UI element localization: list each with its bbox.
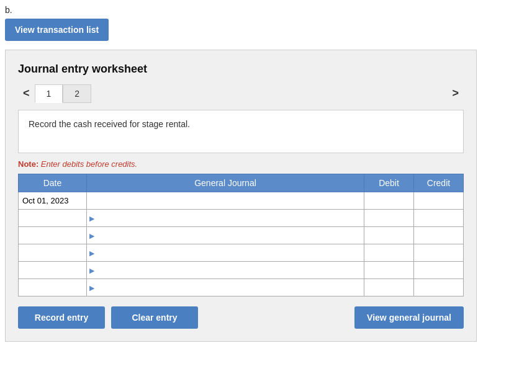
note-text: Note: Enter debits before credits. <box>18 159 464 169</box>
debit-cell-2 <box>364 210 414 227</box>
credit-cell-1 <box>414 192 464 210</box>
label-b: b. <box>5 5 527 15</box>
credit-cell-3 <box>414 227 464 244</box>
credit-input-4[interactable] <box>414 244 463 261</box>
gj-cell-2: ▶ <box>87 210 364 227</box>
table-row: ▶ <box>19 227 464 244</box>
debit-cell-1 <box>364 192 414 210</box>
date-cell-3 <box>19 227 87 244</box>
debit-input-1[interactable] <box>364 192 413 209</box>
date-input-1[interactable] <box>19 192 86 209</box>
date-input-6[interactable] <box>19 279 86 296</box>
debit-cell-6 <box>364 279 414 296</box>
credit-input-5[interactable] <box>414 262 463 278</box>
gj-input-4[interactable] <box>87 244 364 261</box>
date-input-2[interactable] <box>19 210 86 226</box>
date-input-4[interactable] <box>19 244 86 261</box>
gj-cell-6: ▶ <box>87 279 364 296</box>
credit-input-1[interactable] <box>414 192 463 209</box>
note-body-text: Enter debits before credits. <box>41 159 137 169</box>
table-row: ▶ <box>19 244 464 262</box>
debit-input-4[interactable] <box>364 244 413 261</box>
debit-input-6[interactable] <box>364 279 413 296</box>
debit-input-2[interactable] <box>364 210 413 226</box>
col-general-journal: General Journal <box>87 174 364 192</box>
gj-cell-1 <box>87 192 364 210</box>
table-row: ▶ <box>19 262 464 279</box>
credit-input-2[interactable] <box>414 210 463 226</box>
debit-input-5[interactable] <box>364 262 413 278</box>
credit-cell-4 <box>414 244 464 262</box>
debit-cell-5 <box>364 262 414 279</box>
tab-1[interactable]: 1 <box>35 84 63 103</box>
gj-input-1[interactable] <box>87 192 364 209</box>
gj-cell-4: ▶ <box>87 244 364 262</box>
date-input-5[interactable] <box>19 262 86 278</box>
buttons-row: Record entry Clear entry View general jo… <box>18 306 464 329</box>
col-debit: Debit <box>364 174 414 192</box>
gj-cell-5: ▶ <box>87 262 364 279</box>
gj-input-2[interactable] <box>87 210 364 226</box>
record-entry-button[interactable]: Record entry <box>18 306 105 329</box>
col-date: Date <box>19 174 87 192</box>
credit-cell-6 <box>414 279 464 296</box>
date-cell-1 <box>19 192 87 210</box>
journal-table: Date General Journal Debit Credit <box>18 174 464 296</box>
gj-input-5[interactable] <box>87 262 364 278</box>
note-label: Note: <box>18 159 38 169</box>
debit-input-3[interactable] <box>364 227 413 244</box>
debit-cell-4 <box>364 244 414 262</box>
tab-next-button[interactable]: > <box>447 84 464 102</box>
debit-cell-3 <box>364 227 414 244</box>
tab-2[interactable]: 2 <box>63 84 91 103</box>
clear-entry-button[interactable]: Clear entry <box>111 306 198 329</box>
date-input-3[interactable] <box>19 227 86 244</box>
table-row <box>19 192 464 210</box>
tabs-row: < 1 2 > <box>18 84 464 102</box>
date-cell-4 <box>19 244 87 262</box>
credit-input-6[interactable] <box>414 279 463 296</box>
col-credit: Credit <box>414 174 464 192</box>
worksheet-title: Journal entry worksheet <box>18 63 464 76</box>
view-general-journal-button[interactable]: View general journal <box>354 306 464 329</box>
worksheet-container: Journal entry worksheet < 1 2 > Record t… <box>5 50 477 342</box>
credit-cell-2 <box>414 210 464 227</box>
table-row: ▶ <box>19 210 464 227</box>
gj-cell-3: ▶ <box>87 227 364 244</box>
gj-input-6[interactable] <box>87 279 364 296</box>
view-transaction-button[interactable]: View transaction list <box>5 19 109 41</box>
tab-prev-button[interactable]: < <box>18 84 35 102</box>
credit-input-3[interactable] <box>414 227 463 244</box>
instruction-box: Record the cash received for stage renta… <box>18 110 464 153</box>
table-row: ▶ <box>19 279 464 296</box>
gj-input-3[interactable] <box>87 227 364 244</box>
instruction-text: Record the cash received for stage renta… <box>29 119 190 129</box>
date-cell-6 <box>19 279 87 296</box>
date-cell-5 <box>19 262 87 279</box>
credit-cell-5 <box>414 262 464 279</box>
date-cell-2 <box>19 210 87 227</box>
